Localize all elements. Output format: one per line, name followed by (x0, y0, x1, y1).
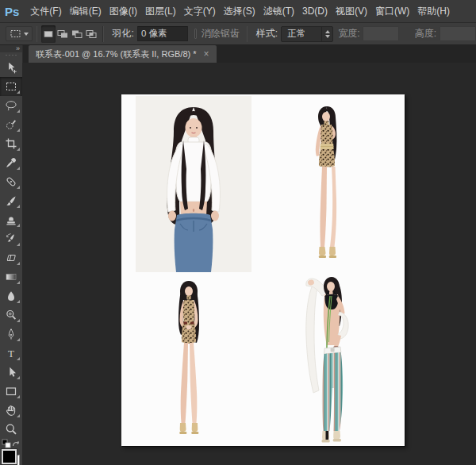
close-icon[interactable]: × (204, 49, 209, 59)
photoshop-window: Ps 文件(F) 编辑(E) 图像(I) 图层(L) 文字(Y) 选择(S) 滤… (0, 0, 476, 465)
separator (36, 26, 37, 42)
move-icon (5, 61, 17, 74)
menu-type[interactable]: 文字(Y) (180, 5, 220, 18)
swap-colors-icon[interactable] (11, 439, 21, 448)
style-label: 样式: (256, 27, 278, 40)
svg-text:T: T (8, 348, 14, 359)
default-colors-icon[interactable] (2, 439, 11, 448)
tool-quick-selection[interactable] (0, 115, 22, 134)
new-selection-button[interactable] (41, 25, 56, 43)
menu-image[interactable]: 图像(I) (106, 5, 141, 18)
toolbar-grip[interactable] (0, 52, 22, 58)
gradient-icon (5, 271, 17, 283)
history-brush-icon (5, 232, 17, 245)
rectangular-marquee-icon (10, 29, 21, 39)
document-canvas[interactable] (22, 63, 476, 465)
tools-panel: » (0, 45, 23, 465)
tool-path-selection[interactable] (0, 363, 22, 382)
color-swatches (0, 448, 22, 465)
feather-input[interactable] (137, 26, 188, 41)
menu-3d[interactable]: 3D(D) (298, 6, 332, 17)
foreground-color-swatch[interactable] (2, 449, 17, 464)
add-to-selection-button[interactable] (56, 25, 70, 43)
water-drop-icon (5, 290, 17, 302)
tool-hand[interactable] (0, 401, 22, 420)
photoshop-logo[interactable]: Ps (0, 5, 26, 18)
eyedropper-icon (5, 156, 17, 169)
separator (247, 26, 248, 42)
rectangular-marquee-icon (5, 80, 17, 93)
rectangle-icon (5, 385, 17, 398)
width-label: 宽度: (338, 27, 359, 40)
tool-history-brush[interactable] (0, 229, 22, 248)
crop-icon (5, 137, 17, 150)
photo-model-leopard-dress-hands-clasped (149, 278, 228, 444)
feather-label: 羽化: (113, 27, 134, 40)
antialias-checkbox[interactable] (194, 29, 197, 39)
style-dropdown[interactable]: 正常 (281, 26, 333, 42)
tool-horizontal-type[interactable]: T (0, 344, 22, 363)
tool-move[interactable] (0, 58, 22, 77)
dodge-icon (5, 309, 17, 321)
menu-help[interactable]: 帮助(H) (413, 5, 454, 18)
tool-dodge[interactable] (0, 306, 22, 325)
menu-edit[interactable]: 编辑(E) (66, 5, 106, 18)
menu-layer[interactable]: 图层(L) (141, 5, 180, 18)
subtract-from-selection-button[interactable] (70, 25, 84, 43)
document-tab-title: 联系表-001 @ 16.7% (联系表 II, RGB/8) * (36, 48, 197, 60)
style-value: 正常 (282, 28, 321, 40)
intersect-selection-icon (84, 28, 98, 40)
lasso-icon (5, 99, 17, 112)
menu-filter[interactable]: 滤镜(T) (259, 5, 298, 18)
tool-pen[interactable] (0, 325, 22, 344)
tool-gradient[interactable] (0, 267, 22, 286)
tool-rectangular-marquee[interactable] (0, 77, 22, 96)
tool-preset-button[interactable] (6, 26, 33, 41)
tool-crop[interactable] (0, 134, 22, 153)
separator (102, 26, 103, 42)
contact-sheet[interactable] (121, 94, 405, 446)
stamp-icon (5, 213, 17, 226)
photo-model-leopard-dress-gold-belt (291, 104, 363, 263)
document-tab[interactable]: 联系表-001 @ 16.7% (联系表 II, RGB/8) * × (29, 45, 217, 63)
antialias-label: 消除锯齿 (202, 27, 240, 40)
brush-icon (5, 194, 17, 207)
arrow-cursor-icon (5, 366, 17, 379)
tab-bar: 联系表-001 @ 16.7% (联系表 II, RGB/8) * × (22, 45, 476, 63)
swap-width-height-icon[interactable] (405, 29, 406, 40)
menu-window[interactable]: 窗口(W) (371, 5, 413, 18)
tool-clone-stamp[interactable] (0, 210, 22, 229)
subtract-from-selection-icon (70, 28, 84, 40)
toolbar-collapse-button[interactable]: » (0, 45, 22, 52)
quick-selection-icon (5, 118, 17, 131)
eraser-icon (5, 252, 17, 264)
tool-eraser[interactable] (0, 248, 22, 267)
tool-lasso[interactable] (0, 96, 22, 115)
menu-file[interactable]: 文件(F) (26, 5, 65, 18)
type-icon: T (5, 347, 17, 359)
magnifier-icon (5, 423, 17, 436)
options-bar: 羽化: 消除锯齿 样式: 正常 宽度: 高度: (0, 23, 476, 45)
tool-spot-healing-brush[interactable] (0, 172, 22, 191)
add-to-selection-icon (56, 28, 70, 40)
tool-eyedropper[interactable] (0, 153, 22, 172)
pen-nib-icon (5, 328, 17, 340)
tool-brush[interactable] (0, 191, 22, 210)
height-input[interactable] (440, 26, 476, 41)
tool-rectangle-shape[interactable] (0, 382, 22, 401)
intersect-selection-button[interactable] (84, 25, 98, 43)
photo-model-white-crop-top-jeans (136, 96, 251, 272)
height-label: 高度: (415, 27, 436, 40)
width-input[interactable] (363, 26, 399, 41)
photo-model-black-bra-striped-pants (292, 272, 367, 445)
bandage-icon (5, 175, 17, 188)
stepper-icon[interactable] (321, 27, 332, 41)
menu-bar: Ps 文件(F) 编辑(E) 图像(I) 图层(L) 文字(Y) 选择(S) 滤… (0, 0, 476, 23)
menu-select[interactable]: 选择(S) (220, 5, 259, 18)
tool-blur[interactable] (0, 286, 22, 306)
menu-view[interactable]: 视图(V) (332, 5, 371, 18)
hand-icon (5, 404, 17, 417)
new-selection-icon (41, 28, 56, 40)
tool-zoom[interactable] (0, 420, 22, 439)
chevron-down-icon (24, 33, 29, 36)
